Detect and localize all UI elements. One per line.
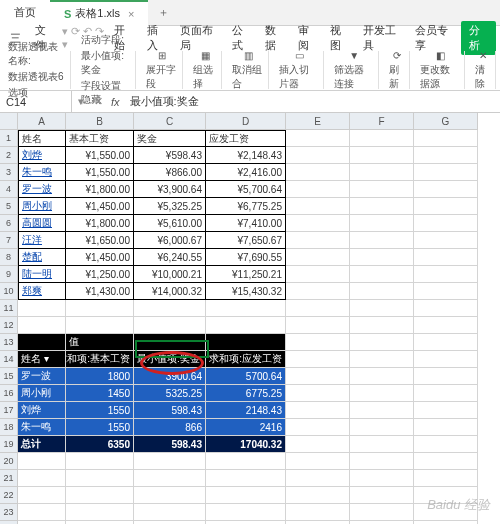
cell[interactable] <box>350 283 414 300</box>
cell[interactable] <box>18 504 66 521</box>
cell[interactable] <box>414 147 478 164</box>
cell[interactable]: 2148.43 <box>206 402 286 419</box>
cell[interactable]: 6775.25 <box>206 385 286 402</box>
tab-home[interactable]: 首页 <box>0 0 50 26</box>
menu-view[interactable]: 视图 <box>324 23 355 53</box>
cell[interactable]: 866 <box>134 419 206 436</box>
row-header[interactable]: 20 <box>0 453 18 470</box>
cell[interactable]: 6350 <box>66 436 134 453</box>
cell[interactable] <box>18 470 66 487</box>
row-header[interactable]: 3 <box>0 164 18 181</box>
cell[interactable] <box>134 487 206 504</box>
cell[interactable] <box>350 453 414 470</box>
cell[interactable] <box>206 504 286 521</box>
cell[interactable]: ¥14,000.32 <box>134 283 206 300</box>
menu-data[interactable]: 数据 <box>259 23 290 53</box>
cell[interactable] <box>286 504 350 521</box>
cell[interactable] <box>286 249 350 266</box>
cell[interactable] <box>350 249 414 266</box>
col-D[interactable]: D <box>206 113 286 130</box>
row-header[interactable]: 23 <box>0 504 18 521</box>
cell[interactable] <box>134 334 206 351</box>
cell[interactable] <box>66 470 134 487</box>
cell[interactable]: ¥1,250.00 <box>66 266 134 283</box>
cell[interactable]: ¥1,450.00 <box>66 249 134 266</box>
menu-member[interactable]: 会员专享 <box>409 23 459 53</box>
cell[interactable]: 郑爽 <box>18 283 66 300</box>
cell[interactable]: ¥2,148.43 <box>206 147 286 164</box>
cell[interactable] <box>18 453 66 470</box>
menu-formula[interactable]: 公式 <box>226 23 257 53</box>
cell[interactable] <box>414 351 478 368</box>
cell[interactable] <box>414 368 478 385</box>
cell[interactable] <box>206 470 286 487</box>
fx-icon[interactable]: fx <box>107 96 124 108</box>
cell[interactable] <box>286 147 350 164</box>
cell[interactable]: 刘烨 <box>18 147 66 164</box>
cell[interactable] <box>66 300 134 317</box>
cell[interactable] <box>66 317 134 334</box>
cell[interactable]: 周小刚 <box>18 385 66 402</box>
cell[interactable]: 刘烨 <box>18 402 66 419</box>
cell[interactable] <box>286 385 350 402</box>
cell[interactable] <box>206 487 286 504</box>
grp-clear[interactable]: ✕清除 <box>471 51 496 89</box>
tab-add[interactable]: ＋ <box>148 5 179 20</box>
grp-ungroup[interactable]: ▥取消组合 <box>228 51 269 89</box>
cell[interactable] <box>286 334 350 351</box>
namebox-dropdown-icon[interactable]: ▾ <box>78 95 84 108</box>
cell[interactable] <box>66 453 134 470</box>
cell[interactable]: 罗一波 <box>18 368 66 385</box>
cell[interactable] <box>414 334 478 351</box>
cell[interactable] <box>350 266 414 283</box>
cell[interactable]: ¥6,775.25 <box>206 198 286 215</box>
cancel-icon[interactable]: ✕ <box>90 95 107 108</box>
cell[interactable]: 1800 <box>66 368 134 385</box>
row-header[interactable]: 12 <box>0 317 18 334</box>
cell[interactable] <box>350 470 414 487</box>
cell[interactable] <box>286 453 350 470</box>
cell[interactable]: 姓名 <box>18 130 66 147</box>
cell[interactable] <box>286 419 350 436</box>
row-header[interactable]: 21 <box>0 470 18 487</box>
cell[interactable] <box>350 436 414 453</box>
row-header[interactable]: 22 <box>0 487 18 504</box>
cell[interactable] <box>18 487 66 504</box>
cell[interactable] <box>414 130 478 147</box>
row-header[interactable]: 4 <box>0 181 18 198</box>
cell[interactable]: 总计 <box>18 436 66 453</box>
row-header[interactable]: 19 <box>0 436 18 453</box>
cell[interactable] <box>350 487 414 504</box>
cell[interactable]: 周小刚 <box>18 198 66 215</box>
cell[interactable] <box>350 130 414 147</box>
cell[interactable] <box>66 487 134 504</box>
cell[interactable]: ¥7,410.00 <box>206 215 286 232</box>
cell[interactable] <box>286 266 350 283</box>
cell[interactable] <box>414 283 478 300</box>
row-header[interactable]: 8 <box>0 249 18 266</box>
cell[interactable]: ¥5,610.00 <box>134 215 206 232</box>
cell[interactable]: ¥7,690.55 <box>206 249 286 266</box>
cell[interactable]: 朱一鸣 <box>18 419 66 436</box>
cell[interactable]: 求和项:应发工资 <box>206 351 286 368</box>
cell[interactable] <box>350 164 414 181</box>
cell[interactable] <box>286 181 350 198</box>
cell[interactable]: 17040.32 <box>206 436 286 453</box>
cell[interactable] <box>414 181 478 198</box>
col-B[interactable]: B <box>66 113 134 130</box>
cell[interactable]: 朱一鸣 <box>18 164 66 181</box>
cell[interactable] <box>134 504 206 521</box>
cell[interactable] <box>350 181 414 198</box>
cell[interactable] <box>414 198 478 215</box>
col-A[interactable]: A <box>18 113 66 130</box>
grp-datasource[interactable]: ◧更改数据源 <box>416 51 465 89</box>
cell[interactable] <box>206 300 286 317</box>
menu-insert[interactable]: 插入 <box>141 23 172 53</box>
grp-refresh[interactable]: ⟳刷新 <box>385 51 410 89</box>
cell[interactable] <box>350 317 414 334</box>
cell[interactable] <box>414 402 478 419</box>
name-box[interactable]: C14 <box>0 91 72 112</box>
cell[interactable]: ¥10,000.21 <box>134 266 206 283</box>
cell[interactable] <box>286 130 350 147</box>
cell[interactable]: ¥1,550.00 <box>66 147 134 164</box>
